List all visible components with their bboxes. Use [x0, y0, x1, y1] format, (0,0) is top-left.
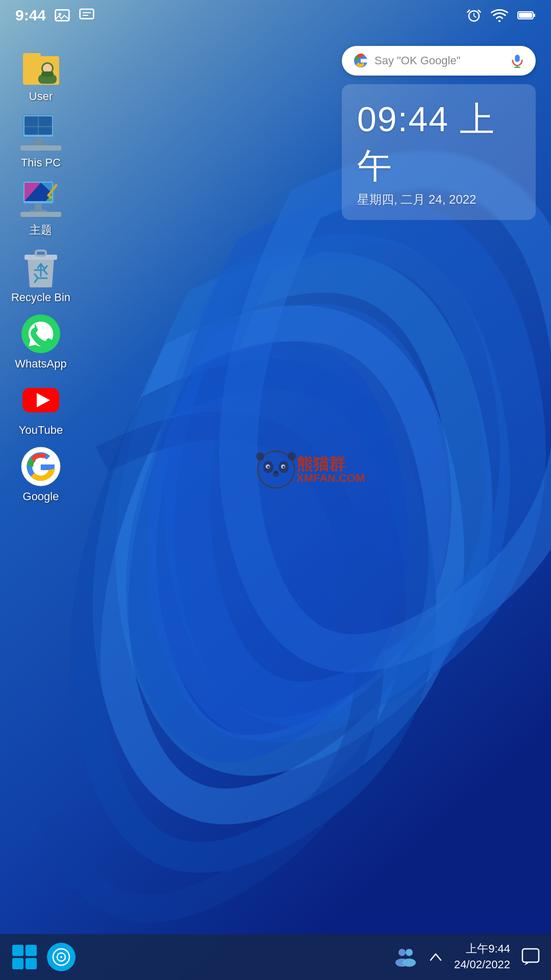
desktop: 9:44	[0, 0, 551, 980]
google-icon	[20, 446, 61, 487]
svg-rect-6	[533, 14, 535, 17]
svg-point-47	[283, 466, 285, 468]
whatsapp-label: WhatsApp	[15, 357, 67, 371]
svg-rect-19	[20, 145, 61, 151]
whatsapp-icon-item[interactable]: WhatsApp	[5, 308, 77, 375]
svg-rect-9	[23, 53, 41, 60]
google-label: Google	[23, 490, 59, 503]
google-g-icon	[353, 53, 368, 68]
whatsapp-icon	[20, 313, 61, 354]
taskbar-right: 上午9:44 24/02/2022	[394, 941, 541, 973]
message-icon	[79, 7, 95, 23]
svg-rect-62	[522, 949, 539, 962]
svg-point-48	[273, 471, 279, 474]
mic-icon[interactable]	[510, 54, 524, 68]
taskbar-left	[10, 943, 76, 971]
svg-rect-38	[515, 55, 519, 62]
battery-icon	[517, 8, 536, 22]
people-icon	[394, 945, 417, 969]
svg-rect-1	[56, 10, 69, 20]
svg-rect-51	[12, 945, 23, 956]
desktop-icons: User This PC	[5, 41, 77, 507]
status-right	[466, 8, 536, 23]
youtube-icon-item[interactable]: YouTube	[5, 375, 77, 441]
wifi-icon	[491, 8, 508, 23]
svg-rect-52	[26, 945, 37, 956]
svg-rect-54	[26, 958, 37, 969]
thispc-label: This PC	[21, 156, 61, 169]
youtube-label: YouTube	[19, 424, 63, 437]
svg-point-50	[288, 452, 296, 460]
svg-rect-17	[35, 137, 42, 144]
thispc-icon	[20, 112, 61, 153]
user-label: User	[29, 90, 53, 103]
svg-rect-3	[80, 9, 94, 19]
taskbar-time: 上午9:44 24/02/2022	[454, 941, 510, 973]
thispc-icon-item[interactable]: This PC	[5, 107, 77, 174]
windows-start-button[interactable]	[10, 943, 39, 971]
clock-widget: 09:44 上午 星期四, 二月 24, 2022	[342, 84, 536, 220]
svg-rect-31	[20, 212, 61, 217]
svg-point-59	[406, 949, 413, 956]
google-search-widget: Say "OK Google"	[342, 46, 536, 76]
status-time: 9:44	[15, 7, 46, 24]
theme-label: 主题	[30, 223, 52, 238]
theme-icon	[20, 179, 61, 219]
recyclebin-label: Recycle Bin	[11, 291, 70, 304]
svg-rect-29	[35, 204, 42, 211]
watermark: 熊猫群 XMFAN.COM	[253, 449, 365, 492]
svg-rect-14	[41, 71, 54, 77]
clock-date: 星期四, 二月 24, 2022	[357, 191, 520, 208]
svg-rect-33	[36, 251, 46, 256]
photo-icon	[54, 7, 70, 23]
search-bar[interactable]: Say "OK Google"	[342, 46, 536, 76]
recyclebin-icon	[20, 247, 61, 288]
svg-point-2	[59, 13, 61, 15]
user-icon	[20, 46, 61, 87]
status-left: 9:44	[15, 7, 95, 24]
recyclebin-icon-item[interactable]: Recycle Bin	[5, 242, 77, 308]
svg-point-49	[256, 452, 264, 460]
svg-point-58	[398, 949, 406, 956]
camera-app-button[interactable]	[47, 943, 76, 971]
clock-time: 09:44 上午	[357, 96, 520, 189]
taskbar: 上午9:44 24/02/2022	[0, 934, 551, 980]
svg-point-61	[403, 959, 416, 967]
svg-point-57	[60, 956, 62, 958]
chevron-up-icon[interactable]	[428, 949, 444, 965]
svg-point-46	[267, 466, 269, 468]
theme-icon-item[interactable]: 主题	[5, 174, 77, 242]
youtube-icon	[20, 380, 61, 421]
svg-point-13	[44, 64, 51, 71]
status-bar: 9:44	[0, 0, 551, 31]
google-icon-item[interactable]: Google	[5, 441, 77, 507]
svg-rect-7	[519, 13, 532, 18]
search-placeholder: Say "OK Google"	[374, 54, 504, 67]
alarm-icon	[466, 8, 482, 23]
user-icon-item[interactable]: User	[5, 41, 77, 107]
svg-rect-53	[12, 958, 23, 969]
notification-icon[interactable]	[520, 947, 541, 967]
